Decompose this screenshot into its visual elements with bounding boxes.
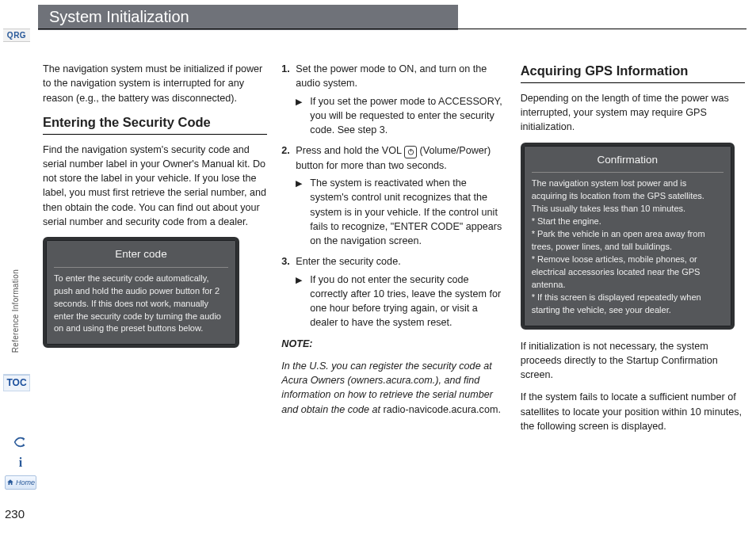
step-sub-text: The system is reactivated when the syste… [310, 177, 502, 246]
column-3: Acquiring GPS Information Depending on t… [521, 62, 745, 510]
qrg-badge[interactable]: QRG [3, 29, 30, 42]
step-sub: ▶ If you do not enter the security code … [296, 273, 506, 330]
section-vertical-label: Reference Information [11, 269, 20, 353]
home-icon [6, 479, 14, 486]
screen-title: Enter code [54, 246, 228, 262]
note-body: In the U.S. you can register the securit… [281, 359, 506, 417]
steps-list: 1. Set the power mode to ON, and turn on… [281, 62, 506, 330]
title-bar: System Initialization [38, 5, 458, 30]
confirmation-screen: Confirmation The navigation system lost … [521, 143, 735, 330]
step-sub-text: If you do not enter the security code co… [310, 274, 501, 329]
power-icon [404, 146, 417, 158]
info-icon[interactable]: i [13, 455, 29, 471]
page-number: 230 [5, 507, 25, 521]
intro-paragraph: The navigation system must be initialize… [43, 62, 267, 105]
screen-rule [54, 267, 228, 268]
heading-rule [521, 82, 745, 83]
screen-title: Confirmation [532, 152, 724, 168]
page-title: System Initialization [38, 5, 458, 30]
left-rail: QRG Reference Information TOC i Home 230 [0, 0, 38, 534]
screen-rule [532, 172, 724, 173]
gps-after-1: If initialization is not necessary, the … [521, 339, 745, 383]
toc-button[interactable]: TOC [3, 374, 30, 391]
title-rule [38, 29, 746, 29]
step-text: Enter the security code. [296, 256, 400, 267]
triangle-icon: ▶ [296, 177, 302, 190]
gps-paragraph: Depending on the length of time the powe… [521, 91, 745, 135]
step-2: 2. Press and hold the VOL (Volume/Power)… [281, 143, 506, 248]
triangle-icon: ▶ [296, 96, 302, 109]
heading-security-code: Entering the Security Code [43, 113, 267, 132]
step-number: 3. [281, 254, 290, 269]
manual-page: QRG Reference Information TOC i Home 230… [0, 0, 756, 534]
heading-gps: Acquiring GPS Information [521, 62, 745, 81]
enter-code-screen: Enter code To enter the security code au… [43, 237, 239, 348]
note-body-b: radio-navicode.acura.com [383, 404, 498, 415]
icon-stack: i Home [5, 434, 36, 490]
step-1: 1. Set the power mode to ON, and turn on… [281, 62, 506, 137]
screen-body: The navigation system lost power and is … [532, 177, 724, 316]
step-sub-text: If you set the power mode to ACCESSORY, … [310, 96, 502, 136]
note-heading: NOTE: [281, 337, 506, 351]
home-label: Home [16, 479, 35, 486]
heading-rule [43, 134, 267, 135]
step-number: 1. [281, 62, 290, 76]
home-button[interactable]: Home [5, 475, 36, 490]
column-1: The navigation system must be initialize… [43, 62, 267, 510]
step-sub: ▶ If you set the power mode to ACCESSORY… [296, 94, 506, 138]
voice-command-icon[interactable] [13, 434, 29, 450]
content-columns: The navigation system must be initialize… [43, 62, 745, 510]
step-text-a: Press and hold the VOL [296, 145, 404, 156]
step-text: Set the power mode to ON, and turn on th… [296, 63, 487, 89]
note-body-c: . [498, 404, 501, 415]
step-3: 3. Enter the security code. ▶ If you do … [281, 254, 506, 330]
step-number: 2. [281, 143, 290, 158]
screen-body: To enter the security code automatically… [54, 273, 228, 336]
step-sub: ▶ The system is reactivated when the sys… [296, 176, 506, 248]
triangle-icon: ▶ [296, 274, 302, 287]
gps-after-2: If the system fails to locate a sufficie… [521, 390, 745, 433]
column-2: 1. Set the power mode to ON, and turn on… [281, 62, 506, 510]
security-paragraph: Find the navigation system's security co… [43, 143, 267, 230]
